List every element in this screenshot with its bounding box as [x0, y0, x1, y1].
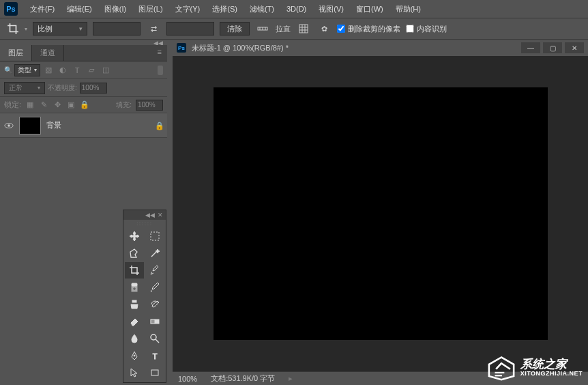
- opacity-value[interactable]: 100%: [80, 83, 107, 94]
- eraser-tool[interactable]: [125, 313, 144, 330]
- clear-button[interactable]: 清除: [220, 22, 250, 35]
- layer-options-row: 正常 不透明度: 100%: [0, 79, 167, 97]
- status-expand-icon[interactable]: ▸: [289, 374, 293, 383]
- layer-lock-row: 锁定: ▦ ✎ ✥ ▣ 🔒 填充: 100%: [0, 97, 167, 113]
- svg-point-20: [151, 334, 156, 340]
- filter-text-icon[interactable]: T: [71, 64, 83, 76]
- pen-tool[interactable]: [125, 347, 144, 364]
- gear-icon[interactable]: ✿: [317, 21, 332, 36]
- svg-rect-11: [151, 232, 159, 240]
- layer-thumbnail[interactable]: [19, 117, 41, 134]
- ratio-dropdown[interactable]: 比例: [33, 22, 87, 35]
- lock-all-icon[interactable]: 🔒: [80, 100, 89, 110]
- toolbox-drag-handle[interactable]: ::::::: [123, 220, 166, 227]
- menu-text[interactable]: 文字(Y): [170, 1, 206, 17]
- options-bar: ▾ 比例 ⇄ 清除 拉直 ✿ 删除裁剪的像素 内容识别: [0, 18, 588, 40]
- menu-filter[interactable]: 滤镜(T): [244, 1, 280, 17]
- menu-help[interactable]: 帮助(H): [390, 1, 426, 17]
- fill-label: 填充:: [116, 100, 132, 110]
- marquee-tool[interactable]: [145, 228, 164, 244]
- app-logo: Ps: [4, 2, 18, 16]
- layer-locked-icon: 🔒: [155, 122, 163, 130]
- close-button[interactable]: ✕: [565, 42, 584, 53]
- toolbox-collapse-icon[interactable]: ◀◀: [145, 212, 155, 218]
- filter-kind-dropdown[interactable]: 类型: [14, 64, 40, 76]
- minimize-button[interactable]: —: [521, 42, 540, 53]
- svg-rect-4: [299, 25, 308, 33]
- svg-point-10: [8, 124, 10, 127]
- menu-select[interactable]: 选择(S): [207, 1, 243, 17]
- content-aware-input[interactable]: [406, 25, 414, 33]
- blur-tool[interactable]: [125, 330, 144, 347]
- crop-height-input[interactable]: [166, 22, 214, 35]
- delete-cropped-checkbox[interactable]: 删除裁剪的像素: [337, 24, 400, 34]
- filter-adjust-icon[interactable]: ◐: [57, 64, 69, 76]
- svg-point-22: [134, 355, 135, 356]
- menu-edit[interactable]: 编辑(E): [61, 1, 98, 17]
- filter-toggle[interactable]: [158, 66, 163, 75]
- canvas-viewport[interactable]: [173, 56, 588, 371]
- content-aware-checkbox[interactable]: 内容识别: [406, 24, 447, 34]
- layer-row[interactable]: 背景 🔒: [0, 113, 167, 138]
- filter-pixel-icon[interactable]: ▧: [42, 64, 55, 76]
- dropdown-caret-icon: ▾: [25, 26, 27, 32]
- fill-value[interactable]: 100%: [136, 100, 163, 111]
- crop-tool-icon[interactable]: [7, 23, 19, 35]
- type-tool[interactable]: T: [145, 347, 164, 364]
- lock-transparent-icon[interactable]: ▦: [25, 100, 35, 110]
- search-icon: 🔍: [4, 66, 12, 74]
- menu-file[interactable]: 文件(F): [25, 1, 60, 17]
- healing-brush-tool[interactable]: [125, 279, 144, 296]
- blend-mode-dropdown[interactable]: 正常: [4, 82, 45, 94]
- channels-tab[interactable]: 通道: [32, 45, 64, 61]
- svg-rect-13: [132, 283, 137, 286]
- status-bar: 100% 文档:531.9K/0 字节 ▸: [173, 371, 588, 385]
- menu-view[interactable]: 视图(V): [313, 1, 349, 17]
- menu-image[interactable]: 图像(I): [99, 1, 132, 17]
- magic-wand-tool[interactable]: [145, 245, 164, 261]
- clone-stamp-tool[interactable]: [125, 296, 144, 313]
- document-titlebar: Ps 未标题-1 @ 100%(RGB/8#) * — ▢ ✕: [173, 40, 588, 56]
- crop-tool[interactable]: [125, 262, 144, 279]
- layers-tab[interactable]: 图层: [0, 45, 32, 61]
- toolbox-close-icon[interactable]: ✕: [158, 212, 163, 218]
- opacity-label: 不透明度:: [48, 83, 77, 93]
- visibility-icon[interactable]: [4, 121, 14, 130]
- svg-rect-24: [151, 370, 158, 375]
- swap-icon[interactable]: ⇄: [146, 21, 161, 36]
- doc-info-value: 531.9K/0 字节: [228, 374, 275, 382]
- lock-brush-icon[interactable]: ✎: [39, 100, 48, 110]
- canvas[interactable]: [214, 87, 548, 340]
- grid-icon[interactable]: [296, 21, 311, 36]
- lock-artboard-icon[interactable]: ▣: [66, 100, 76, 110]
- panel-collapse-icon[interactable]: ◀◀: [0, 40, 167, 45]
- delete-cropped-input[interactable]: [337, 25, 345, 33]
- layer-name[interactable]: 背景: [46, 120, 149, 130]
- svg-rect-19: [151, 319, 155, 324]
- menu-3d[interactable]: 3D(D): [281, 2, 312, 16]
- crop-width-input[interactable]: [93, 22, 141, 35]
- move-tool[interactable]: [125, 228, 144, 244]
- menu-window[interactable]: 窗口(W): [351, 1, 389, 17]
- brush-tool[interactable]: [145, 279, 164, 296]
- dodge-tool[interactable]: [145, 330, 164, 347]
- lock-label: 锁定:: [4, 100, 21, 110]
- panel-menu-icon[interactable]: ≡: [152, 45, 167, 61]
- svg-line-21: [156, 339, 159, 343]
- history-brush-tool[interactable]: [145, 296, 164, 313]
- filter-shape-icon[interactable]: ▱: [85, 64, 98, 76]
- filter-smart-icon[interactable]: ◫: [100, 64, 112, 76]
- gradient-tool[interactable]: [145, 313, 164, 330]
- zoom-level[interactable]: 100%: [178, 375, 197, 383]
- menu-bar: Ps 文件(F) 编辑(E) 图像(I) 图层(L) 文字(Y) 选择(S) 滤…: [0, 0, 588, 18]
- document-title: 未标题-1 @ 100%(RGB/8#) *: [192, 43, 516, 53]
- straighten-tool-icon[interactable]: [255, 21, 270, 36]
- maximize-button[interactable]: ▢: [543, 42, 562, 53]
- eyedropper-tool[interactable]: [145, 262, 164, 279]
- menu-layer[interactable]: 图层(L): [133, 1, 168, 17]
- lock-position-icon[interactable]: ✥: [53, 100, 62, 110]
- path-selection-tool[interactable]: [125, 365, 144, 381]
- lasso-tool[interactable]: [125, 245, 144, 261]
- svg-rect-17: [132, 300, 136, 302]
- rectangle-tool[interactable]: [145, 365, 164, 381]
